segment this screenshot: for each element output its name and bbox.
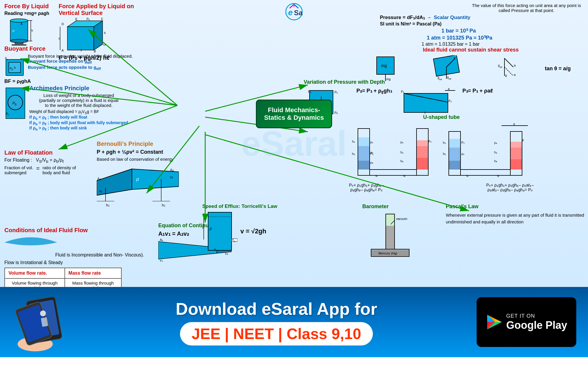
variation-f1: P₂= P₁ + ρℓgh₁ bbox=[356, 88, 392, 95]
svg-rect-56 bbox=[208, 212, 232, 250]
efflux-title: Speed of Efflux: Torricelli's Law bbox=[202, 203, 302, 209]
archimedes-title: Archimedes Principle bbox=[29, 85, 89, 91]
svg-text:ρ₄: ρ₄ bbox=[400, 141, 403, 144]
svg-line-76 bbox=[504, 58, 513, 67]
svg-text:P₁: P₁ bbox=[308, 90, 311, 93]
svg-rect-127 bbox=[511, 159, 522, 170]
mass-flow-header: Mass flow rate bbox=[65, 268, 121, 278]
pressure-desc: The value of this force acting on unit a… bbox=[468, 3, 585, 13]
pascals-law-section: Pascal's Law Whenever external pressure … bbox=[446, 203, 585, 225]
svg-text:a: a bbox=[214, 247, 216, 251]
flow-shape bbox=[4, 235, 57, 250]
vol-flow-row1: Volume flowing through per unit time. bbox=[5, 278, 65, 287]
svg-text:vacuum: vacuum bbox=[396, 217, 407, 220]
svg-text:A₁: A₁ bbox=[97, 177, 101, 181]
svg-text:A: A bbox=[203, 213, 205, 217]
svg-text:Mercury (Hg): Mercury (Hg) bbox=[378, 252, 397, 255]
download-text: Download eSaral App for bbox=[76, 299, 477, 319]
svg-text:h₄: h₄ bbox=[494, 151, 497, 154]
svg-rect-101 bbox=[358, 161, 369, 170]
svg-text:h₃: h₃ bbox=[494, 160, 497, 163]
bottom-banner: Download eSaral App for JEE | NEET | Cla… bbox=[0, 287, 588, 357]
svg-text:v₁: v₁ bbox=[99, 189, 102, 193]
buoyant-diagram: ρb h ρf bbox=[4, 54, 25, 77]
svg-rect-102 bbox=[417, 140, 428, 146]
ideal-fluid-title: Ideal fluid cannot sustain shear stress bbox=[356, 47, 585, 53]
svg-text:Saral: Saral bbox=[294, 9, 303, 17]
svg-text:h₂: h₂ bbox=[443, 152, 446, 155]
svg-text:h₂: h₂ bbox=[352, 152, 355, 155]
arch-f3: If ρb = ρℓ ; body will just float with f… bbox=[29, 120, 128, 126]
bernoulli-formula: P + ρgh + ½ρv² = Constant bbox=[97, 149, 208, 155]
force-by-liquid-title: Force By Liquid bbox=[4, 3, 63, 10]
vol-flow-header: Volume flow rate. bbox=[5, 268, 65, 278]
svg-point-10 bbox=[10, 39, 28, 43]
svg-text:v₂: v₂ bbox=[170, 175, 173, 179]
svg-text:ℓ₂: ℓ₂ bbox=[403, 174, 405, 177]
center-title-box: Fluid Mechanics- Statics & Dynamics bbox=[256, 100, 332, 128]
force-vertical-title: Force Applied by Liquid onVertical Surfa… bbox=[59, 3, 161, 16]
arch-f1: Weight of fluid displaced = ρℓVSg = BF bbox=[29, 109, 128, 115]
si-unit: SI unit is N/m² = Pascal (Pa) bbox=[380, 21, 585, 27]
svg-text:ρ: ρ bbox=[136, 177, 139, 182]
svg-text:ρ₁: ρ₁ bbox=[461, 152, 464, 155]
barometer-diagram: vacuum Mercury (Hg) bbox=[362, 211, 421, 258]
jee-box: JEE | NEET | Class 9,10 bbox=[180, 322, 373, 345]
svg-text:h: h bbox=[31, 29, 33, 32]
svg-text:ρ₃: ρ₃ bbox=[370, 161, 373, 164]
svg-text:a: a bbox=[514, 73, 516, 76]
svg-text:A: A bbox=[21, 22, 23, 25]
svg-text:h₁: h₁ bbox=[443, 141, 446, 144]
svg-rect-89 bbox=[404, 93, 448, 112]
svg-text:A₁: A₁ bbox=[160, 239, 163, 242]
svg-text:ρ₁: ρ₁ bbox=[370, 141, 373, 144]
svg-rect-124 bbox=[449, 161, 460, 170]
svg-text:A₂: A₂ bbox=[170, 168, 174, 172]
variation-section: Variation of Pressure with Depth P₁ P₂ P… bbox=[304, 79, 585, 117]
svg-text:P₀: P₀ bbox=[86, 18, 90, 21]
svg-text:v₁: v₁ bbox=[160, 259, 163, 262]
gp-google-play: Google Play bbox=[506, 319, 567, 331]
efflux-section: Speed of Efflux: Torricelli's Law ρ A h … bbox=[202, 203, 302, 252]
svg-text:P₁: P₁ bbox=[448, 100, 452, 103]
svg-text:D: D bbox=[62, 22, 64, 26]
svg-text:ρ₄: ρ₄ bbox=[494, 141, 497, 144]
atm2-unit: 1 atm = 1.01325 bar ≈ 1 bar bbox=[380, 42, 585, 47]
pressure-formula: Pressure = dF₁/dA₁ → Scalar Quantity bbox=[380, 14, 585, 20]
barometer-title: Barometer bbox=[362, 203, 444, 210]
svg-text:ℓ₂: ℓ₂ bbox=[497, 174, 499, 177]
center-title-text: Fluid Mechanics- Statics & Dynamics bbox=[264, 106, 324, 121]
u-tube-diagram1: h₁ h₂ P₁ ρ₁ ρ₂ ρ₃ ρ₄ h₄ h₃ P₀ ℓ₁ ℓ₂ bbox=[352, 123, 434, 181]
flow-table: Volume flow rate. Mass flow rate Volume … bbox=[4, 268, 122, 287]
svg-text:geff: geff bbox=[498, 64, 502, 69]
force-by-liquid-formula: Reading =mg= ρagh bbox=[4, 11, 63, 16]
ideal-fluid-formula: tan θ = a/g bbox=[545, 66, 571, 72]
svg-text:a: a bbox=[448, 88, 450, 90]
archimedes-section: ρb ρℓ Archimedes Principle Loss of weigh… bbox=[4, 85, 169, 131]
svg-rect-139 bbox=[386, 226, 394, 249]
u-tube-f1: P₀+ ρ₁gh₁+ ρ₂gh₂–ρ₃gh₃– ρ₄gh₄= P₀ bbox=[349, 183, 384, 192]
tablet-illustration bbox=[12, 293, 76, 351]
mg-diagram: mg mg bbox=[371, 55, 400, 82]
svg-rect-103 bbox=[417, 146, 428, 158]
svg-text:h₃: h₃ bbox=[400, 160, 403, 163]
pipe-diagram: A₁ v₁ A₂ v₂ ρ h₁ h₂ bbox=[97, 163, 179, 207]
svg-text:h₄: h₄ bbox=[400, 151, 403, 154]
mass-flow-row1: Mass flowing through per unit time. bbox=[65, 278, 121, 287]
svg-text:P₀: P₀ bbox=[461, 141, 465, 144]
google-play-button[interactable]: GET IT ON Google Play bbox=[477, 297, 576, 347]
buoyant-line2: Buoyant force depends on geff bbox=[28, 59, 133, 65]
svg-rect-17 bbox=[15, 43, 23, 44]
buoyant-force-section: Buoyant Force ρb h ρf Buoyant force is e… bbox=[4, 45, 163, 85]
svg-text:P₀: P₀ bbox=[428, 140, 431, 143]
pressure-section: The value of this force acting on unit a… bbox=[380, 3, 585, 47]
u-tube-diagram2: a h₁ h₂ ρ₁ P₀ ρ₄ h₄ bbox=[443, 123, 531, 181]
buoyant-line3: Buoyant force acts opposite to geff bbox=[28, 65, 133, 71]
variation-title: Variation of Pressure with Depth bbox=[304, 79, 585, 85]
arch-f2: If ρb < ρℓ ; then body will float bbox=[29, 115, 128, 120]
tank-diagram: ρ A h vc a bbox=[202, 211, 237, 252]
svg-text:h₁: h₁ bbox=[352, 140, 355, 143]
svg-text:F: F bbox=[101, 18, 103, 21]
pascals-title: Pascal's Law bbox=[446, 203, 585, 210]
pascals-desc: Whenever external pressure is given at a… bbox=[446, 212, 585, 225]
